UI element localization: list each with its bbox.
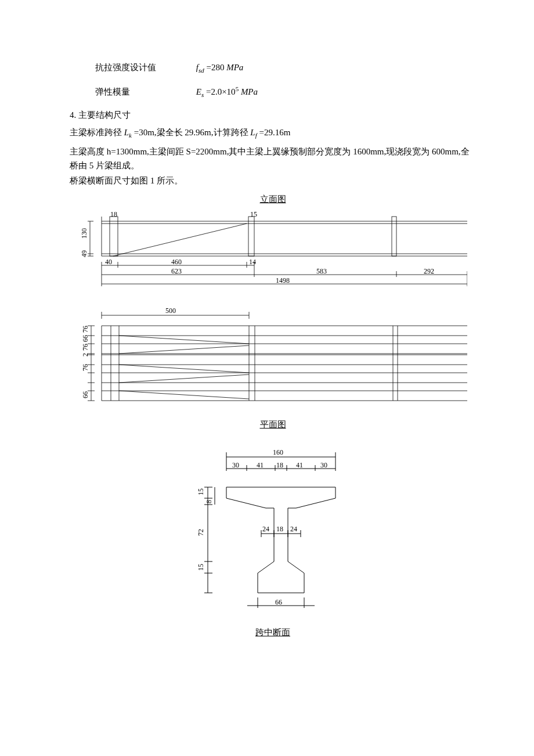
tensile-label: 抗拉强度设计值 [95, 60, 194, 74]
elev-dim-623: 623 [171, 267, 182, 275]
elev-dim-583: 583 [316, 267, 327, 275]
plan-dim-76b: 76 [81, 344, 89, 351]
cross-section-title: 跨中断面 [70, 625, 476, 639]
plan-dim-76a: 76 [81, 326, 89, 333]
svg-line-2 [113, 224, 247, 256]
elastic-label: 弹性模量 [95, 85, 194, 99]
elev-dim-14: 14 [249, 258, 256, 266]
cross-top-30a: 30 [232, 461, 239, 469]
cross-top-30b: 30 [320, 461, 327, 469]
plan-dim-500: 500 [165, 307, 176, 315]
cross-section-drawing: 160 30 41 18 41 30 15 8 72 15 24 18 24 6… [180, 435, 366, 621]
svg-rect-6 [248, 217, 254, 256]
cross-left-15b: 15 [197, 564, 205, 571]
elastic-formula: Es =2.0×105 MPa [196, 87, 258, 96]
svg-rect-5 [110, 217, 118, 256]
cross-web-24b: 24 [290, 525, 297, 533]
elev-dim-130: 130 [80, 228, 88, 239]
cross-web-24a: 24 [262, 525, 269, 533]
elev-dim-1498: 1498 [276, 276, 290, 285]
elastic-modulus-row: 弹性模量 Es =2.0×105 MPa [70, 84, 476, 100]
plan-drawing: 500 76 66 76 2 76 66 [78, 303, 467, 413]
elevation-drawing: 18 15 130 49 40 460 14 623 583 292 1498 [78, 210, 467, 297]
cross-top-160: 160 [273, 448, 283, 456]
cross-left-72: 72 [197, 529, 205, 536]
plan-dim-66a: 66 [81, 335, 89, 342]
svg-line-40 [119, 345, 249, 354]
span-paragraph: 主梁标准跨径 Lk =30m,梁全长 29.96m,计算跨径 Lf =29.16… [70, 125, 476, 141]
cross-left-15a: 15 [197, 488, 205, 495]
svg-line-43 [119, 391, 249, 399]
plan-dim-66b: 66 [81, 391, 89, 398]
cross-top-18: 18 [276, 461, 283, 469]
tensile-strength-row: 抗拉强度设计值 fsd =280 MPa [70, 60, 476, 76]
beam-spec-paragraph: 主梁高度 h=1300mm,主梁间距 S=2200mm,其中主梁上翼缘预制部分宽… [70, 145, 476, 172]
elev-dim-292: 292 [424, 267, 434, 275]
cross-section-ref: 桥梁横断面尺寸如图 1 所示。 [70, 174, 476, 188]
svg-line-39 [119, 336, 249, 344]
svg-rect-7 [392, 217, 396, 256]
cross-top-41a: 41 [257, 461, 264, 469]
plan-dim-2: 2 [81, 353, 89, 357]
cross-web-18: 18 [276, 525, 283, 533]
cross-left-8: 8 [205, 500, 213, 503]
elev-dim-40: 40 [105, 258, 112, 266]
svg-line-42 [119, 375, 249, 383]
cross-top-41b: 41 [296, 461, 303, 469]
section4-heading: 4. 主要结构尺寸 [70, 108, 476, 122]
elev-dim-460: 460 [171, 258, 182, 266]
plan-title: 平面图 [70, 417, 476, 431]
plan-dim-76c: 76 [81, 364, 89, 371]
elev-dim-18: 18 [110, 210, 117, 218]
tensile-formula: fsd =280 MPa [196, 63, 244, 72]
svg-line-41 [119, 365, 249, 373]
cross-bottom-66: 66 [275, 598, 282, 606]
elev-dim-49: 49 [80, 250, 88, 257]
elev-dim-15: 15 [250, 210, 257, 218]
elevation-title: 立面图 [70, 192, 476, 206]
